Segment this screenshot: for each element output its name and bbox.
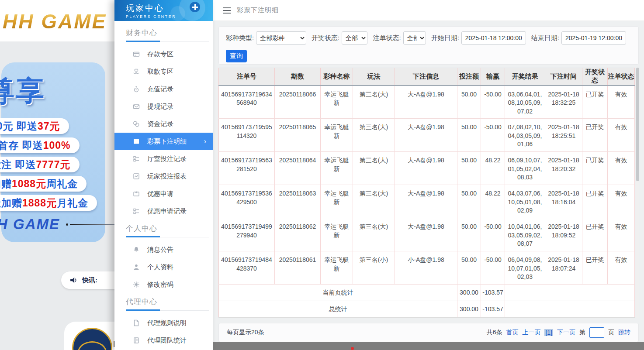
sidebar-item-agent-team-stats[interactable]: 代理团队统计 <box>114 332 213 349</box>
table-cell: 幸运飞艇新 <box>321 218 353 251</box>
menu-toggle-icon[interactable] <box>223 7 231 14</box>
summary-label: 总统计 <box>219 301 457 318</box>
sidebar-item-label: 优惠申请 <box>147 190 173 198</box>
first-page-link[interactable]: 首页 <box>506 329 518 336</box>
table-cell: 第三名(大) <box>353 86 395 119</box>
table-cell: 第三名(小) <box>353 251 395 285</box>
total-count-text: 共6条 <box>487 329 502 336</box>
sidebar-item-label: 提现记录 <box>147 103 173 111</box>
sidebar-item-lottery-bet-details[interactable]: 彩票下注明细› <box>114 133 213 150</box>
table-cell: 06,04,09,08,10,07,01,05,02,03 <box>505 251 545 285</box>
table-row: 40156917371959511432020250118065幸运飞艇新第三名… <box>219 119 635 152</box>
table-cell: 已开奖 <box>582 251 608 285</box>
news-ticker: 快讯: <box>61 271 114 289</box>
coins-icon <box>133 120 140 127</box>
sidebar-item-label: 代理规则说明 <box>147 319 187 327</box>
table-cell: 第三名(大) <box>353 218 395 251</box>
bet-status-select[interactable]: 全部 <box>403 31 426 45</box>
table-cell: 50.00 <box>457 86 481 119</box>
bet-table-wrap: 注单号期数彩种名称玩法下注信息投注额输赢开奖结果下注时间开奖状态注单状态 401… <box>218 68 635 318</box>
envelope-icon <box>133 103 140 110</box>
sidebar-item-funds-records[interactable]: 资金记录 <box>114 115 213 133</box>
sidebar-item-recharge-records[interactable]: 充值记录 <box>114 80 213 98</box>
jump-suffix-text: 页 <box>608 329 614 336</box>
sidebar-item-change-password[interactable]: 修改密码 <box>114 276 213 293</box>
table-cell: 幸运飞艇新 <box>321 86 353 119</box>
sidebar-item-promo-apply-records[interactable]: 优惠申请记录 <box>114 202 213 220</box>
sidebar-item-deposit-zone[interactable]: 存款专区 <box>114 45 213 63</box>
table-cell: 小-A盘@1.98 <box>395 251 457 285</box>
table-cell: 2025-01-18 18:16:04 <box>545 185 582 218</box>
search-button[interactable]: 查询 <box>226 50 247 62</box>
brand-line <box>70 224 114 225</box>
table-header-cell: 彩种名称 <box>321 68 353 86</box>
end-date-input[interactable] <box>561 31 626 45</box>
jump-prefix-text: 第 <box>579 329 585 336</box>
table-cell: 已开奖 <box>582 218 608 251</box>
grid-list-icon <box>133 208 140 215</box>
summary-bet-total: 300.00 <box>457 301 481 318</box>
lottery-type-select[interactable]: 全部彩种 <box>256 31 306 45</box>
summary-winloss-total: -103.57 <box>481 301 505 318</box>
table-header-cell: 下注信息 <box>395 68 457 86</box>
brand-dot <box>66 223 68 226</box>
current-page-indicator: [1] <box>544 329 553 336</box>
banner-title: 尊享 <box>0 72 46 110</box>
table-cell: 第三名(大) <box>353 185 395 218</box>
table-cell: 401569173719499279940 <box>219 218 275 251</box>
prev-page-link[interactable]: 上一页 <box>522 329 540 336</box>
start-date-label: 开始日期: <box>431 34 459 42</box>
jump-page-input[interactable] <box>589 327 604 338</box>
news-ticker-label: 快讯: <box>82 276 97 285</box>
table-cell: 10,04,01,06,03,05,09,02,08,07 <box>505 218 545 251</box>
table-header-cell: 输赢 <box>481 68 505 86</box>
table-cell: 48.22 <box>481 152 505 185</box>
table-row: 40156917371953642950020250118063幸运飞艇新第三名… <box>219 185 635 218</box>
table-cell: 2025-01-18 18:07:24 <box>545 251 582 285</box>
table-cell: -50.00 <box>481 218 505 251</box>
sidebar-item-agent-rules[interactable]: 代理规则说明 <box>114 314 213 332</box>
summary-row: 总统计300.00-103.57 <box>219 301 635 318</box>
table-cell: 第三名(大) <box>353 152 395 185</box>
table-scrollbar-thumb[interactable] <box>636 68 639 181</box>
jump-action-link[interactable]: 跳转 <box>618 329 630 336</box>
summary-empty <box>505 301 635 318</box>
table-header-cell: 期数 <box>275 68 321 86</box>
table-row: 40156917371956328152020250118064幸运飞艇新第三名… <box>219 152 635 185</box>
speaker-icon <box>70 276 78 284</box>
sidebar-item-promo-apply[interactable]: 优惠申请 <box>114 185 213 202</box>
table-cell: 03,06,04,01,08,10,05,09,07,02 <box>505 86 545 119</box>
table-cell: 已开奖 <box>582 86 608 119</box>
moneybag-icon <box>133 86 140 93</box>
sidebar-item-messages[interactable]: 消息公告 <box>114 241 213 258</box>
sidebar-item-label: 存款专区 <box>147 50 173 58</box>
summary-label: 当前页统计 <box>219 285 457 301</box>
bet-status-label: 注单状态: <box>373 34 401 42</box>
bridge-logo-icon <box>72 328 112 350</box>
draw-status-select[interactable]: 全部 <box>342 31 368 45</box>
sidebar-item-profile[interactable]: 个人资料 <box>114 258 213 276</box>
table-cell: 04,03,07,06,10,05,01,08,02,09 <box>505 185 545 218</box>
table-cell: 已开奖 <box>582 185 608 218</box>
start-date-input[interactable] <box>461 31 526 45</box>
table-cell: 幸运飞艇新 <box>321 152 353 185</box>
end-date-label: 结束日期: <box>531 34 559 42</box>
sidebar-item-withdrawal-records[interactable]: 提现记录 <box>114 98 213 115</box>
table-cell: 有效 <box>608 86 635 119</box>
table-cell: 20250118065 <box>275 119 321 152</box>
table-cell: 2025-01-18 18:09:52 <box>545 218 582 251</box>
table-cell: 20250118062 <box>275 218 321 251</box>
next-page-link[interactable]: 下一页 <box>557 329 575 336</box>
sidebar-item-player-bet-report[interactable]: 玩家投注报表 <box>114 168 213 185</box>
table-cell: 2025-01-18 18:20:32 <box>545 152 582 185</box>
sidebar-item-hall-bet-records[interactable]: 厅室投注记录 <box>114 150 213 168</box>
section-label: 财务中心 <box>114 24 213 41</box>
sidebar-item-label: 代理团队统计 <box>147 336 187 345</box>
grid-list-icon <box>133 155 140 162</box>
table-cell: 有效 <box>608 218 635 251</box>
sidebar-item-label: 彩票下注明细 <box>147 137 187 146</box>
table-cell: 50.00 <box>457 251 481 285</box>
gamepad-icon <box>190 2 200 12</box>
footer-strip <box>213 342 644 350</box>
sidebar-item-withdraw-zone[interactable]: 取款专区 <box>114 63 213 80</box>
